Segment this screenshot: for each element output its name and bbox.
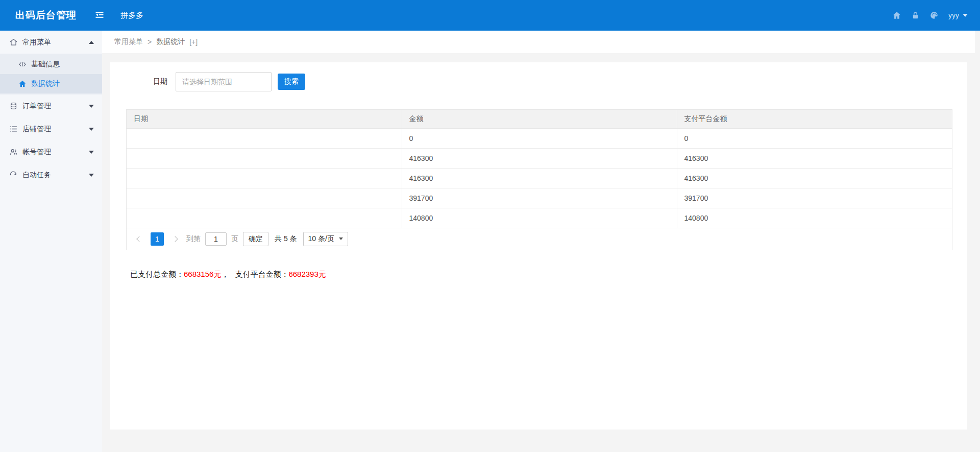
tab-pinduoduo[interactable]: 拼多多 [120, 11, 143, 20]
cell-date [127, 208, 402, 228]
chevron-down-icon [89, 174, 94, 177]
code-icon [18, 60, 27, 68]
sidebar-group-auto-tasks[interactable]: 自动任务 [0, 163, 102, 186]
sidebar-collapse-button[interactable] [88, 0, 111, 31]
list-icon [9, 125, 18, 133]
page-size-value: 10 条/页 [308, 234, 334, 244]
main-column: 常用菜单 > 数据统计 [+] 日期 搜索 日期 金额 [102, 31, 980, 452]
content-card: 日期 搜索 日期 金额 支付平台金额 [110, 62, 967, 430]
platform-total-label: 支付平台金额： [235, 270, 288, 278]
breadcrumb-suffix[interactable]: [+] [189, 38, 198, 46]
breadcrumb: 常用菜单 > 数据统计 [+] [102, 31, 975, 53]
page-number-current[interactable]: 1 [151, 232, 164, 246]
cell-platform-amount: 416300 [677, 148, 952, 168]
sidebar-group-shop-management[interactable]: 店铺管理 [0, 117, 102, 140]
cell-amount: 416300 [402, 168, 677, 188]
sidebar-item-label: 基础信息 [31, 60, 60, 69]
data-table: 日期 金额 支付平台金额 0 0 [127, 110, 952, 228]
sidebar-group-common-menu[interactable]: 常用菜单 [0, 31, 102, 54]
home-filled-icon [18, 80, 27, 88]
username: yyy [948, 11, 959, 19]
sidebar-group-label: 订单管理 [22, 102, 89, 111]
lock-icon[interactable] [911, 11, 920, 20]
goto-prefix-label: 到第 [186, 234, 201, 244]
pagination: 1 到第 页 确定 共 5 条 10 条/页 [127, 228, 952, 250]
chevron-down-icon [89, 128, 94, 131]
platform-total-value: 6682393元 [288, 270, 326, 278]
sidebar-group-label: 帐号管理 [22, 148, 89, 157]
cell-platform-amount: 140800 [677, 208, 952, 228]
summary-comma: ， [221, 270, 229, 278]
topbar-actions: yyy [892, 11, 980, 20]
chevron-left-icon [136, 236, 142, 242]
users-icon [9, 148, 18, 156]
prev-page-button[interactable] [133, 232, 146, 246]
total-count-label: 共 5 条 [275, 234, 297, 244]
sidebar: 常用菜单 基础信息 数据统计 [0, 31, 102, 452]
sidebar-item-label: 数据统计 [31, 79, 60, 88]
sidebar-group-order-management[interactable]: 订单管理 [0, 94, 102, 117]
paid-total-label: 已支付总金额： [130, 270, 184, 278]
user-menu[interactable]: yyy [948, 11, 968, 19]
sidebar-group-label: 自动任务 [22, 171, 89, 180]
cell-date [127, 168, 402, 188]
palette-icon[interactable] [929, 11, 939, 20]
table-row: 140800 140800 [127, 208, 952, 228]
goto-suffix-label: 页 [231, 234, 238, 244]
date-range-input[interactable] [176, 72, 272, 91]
chevron-down-icon [963, 14, 968, 17]
search-button[interactable]: 搜索 [278, 74, 305, 90]
paid-total-value: 6683156元 [184, 270, 221, 278]
cell-date [127, 148, 402, 168]
table-row: 0 0 [127, 128, 952, 148]
home-icon[interactable] [892, 11, 901, 20]
column-header-amount: 金额 [402, 110, 677, 128]
breadcrumb-parent[interactable]: 常用菜单 [114, 37, 143, 46]
content-area: 日期 搜索 日期 金额 支付平台金额 [102, 53, 975, 452]
search-form: 日期 搜索 [153, 62, 967, 91]
cell-date [127, 128, 402, 148]
home-outline-icon [9, 38, 18, 46]
next-page-button[interactable] [168, 232, 182, 246]
confirm-button[interactable]: 确定 [243, 232, 268, 246]
date-label: 日期 [153, 77, 167, 86]
refresh-icon [9, 171, 18, 179]
chevron-down-icon [89, 105, 94, 108]
topbar: 出码后台管理 拼多多 [0, 0, 980, 31]
cell-platform-amount: 0 [677, 128, 952, 148]
breadcrumb-current: 数据统计 [156, 37, 185, 46]
sidebar-group-label: 店铺管理 [22, 125, 89, 134]
app-title: 出码后台管理 [0, 9, 88, 22]
chevron-right-icon [172, 236, 178, 242]
cell-platform-amount: 416300 [677, 168, 952, 188]
cell-amount: 140800 [402, 208, 677, 228]
table-row: 416300 416300 [127, 168, 952, 188]
page-size-select[interactable]: 10 条/页 [303, 232, 348, 246]
sidebar-group-account-management[interactable]: 帐号管理 [0, 140, 102, 163]
sidebar-submenu: 基础信息 数据统计 [0, 54, 102, 94]
sidebar-item-data-statistics[interactable]: 数据统计 [0, 74, 102, 93]
cell-amount: 391700 [402, 188, 677, 208]
table-row: 391700 391700 [127, 188, 952, 208]
cell-amount: 416300 [402, 148, 677, 168]
table-row: 416300 416300 [127, 148, 952, 168]
cell-platform-amount: 391700 [677, 188, 952, 208]
caret-down-icon [339, 237, 343, 240]
chevron-up-icon [89, 41, 94, 44]
summary-line: 已支付总金额：6683156元，支付平台金额：6682393元 [130, 270, 967, 279]
column-header-date: 日期 [127, 110, 402, 128]
sidebar-group-label: 常用菜单 [22, 38, 89, 47]
breadcrumb-separator: > [148, 38, 152, 46]
table-header-row: 日期 金额 支付平台金额 [127, 110, 952, 128]
cell-amount: 0 [402, 128, 677, 148]
chevron-down-icon [89, 151, 94, 154]
data-table-container: 日期 金额 支付平台金额 0 0 [126, 109, 952, 250]
goto-page-input[interactable] [205, 232, 227, 246]
sidebar-item-basic-info[interactable]: 基础信息 [0, 55, 102, 74]
outdent-icon [94, 10, 105, 21]
cell-date [127, 188, 402, 208]
database-icon [9, 102, 18, 110]
column-header-platform-amount: 支付平台金额 [677, 110, 952, 128]
